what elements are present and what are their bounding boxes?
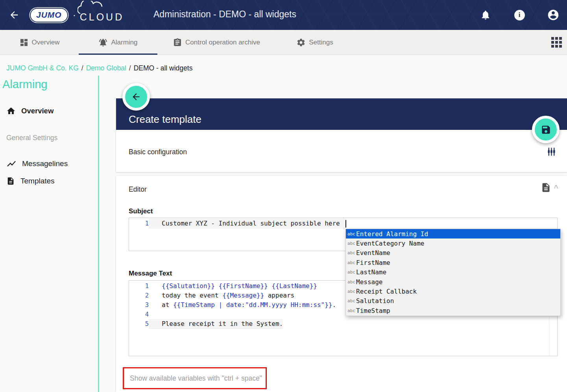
code-segment: . — [332, 301, 336, 309]
autocomplete-item-label: FirstName — [356, 259, 390, 266]
autocomplete-item-label: LastName — [356, 268, 386, 276]
abc-variable-icon: abc — [347, 279, 356, 285]
autocomplete-item-label: Message — [356, 278, 382, 286]
line-number: 2 — [129, 291, 149, 300]
autocomplete-item[interactable]: abcEntered Alarming Id — [346, 229, 560, 239]
line-number: 3 — [129, 300, 149, 310]
tab-label: Settings — [309, 39, 333, 46]
autocomplete-item-label: TimeStamp — [356, 307, 390, 314]
account-icon[interactable] — [547, 8, 560, 22]
breadcrumb-item[interactable]: JUMO GmbH & Co. KG — [6, 64, 79, 72]
code-segment: at — [162, 301, 173, 309]
message-text-label: Message Text — [129, 270, 172, 277]
sidebar-title: Alarming — [2, 78, 47, 91]
sidebar-item-label: Messagelines — [22, 159, 68, 168]
autocomplete-item[interactable]: abcLastName — [346, 268, 560, 277]
code-segment: Customer XYZ - Individual subject possib… — [162, 220, 344, 227]
abc-variable-icon: abc — [347, 308, 356, 313]
top-bar: JUMO · CLOUD Administration - DEMO - all… — [0, 0, 567, 30]
tab-overview[interactable]: Overview — [0, 30, 79, 55]
sidebar-item-templates[interactable]: Templates — [0, 173, 98, 189]
autocomplete-item[interactable]: abcSalutation — [346, 296, 560, 306]
line-number: 4 — [129, 310, 149, 319]
create-template-card: Create template Basic configuration — [116, 98, 567, 172]
variables-hint-box: Show available variables with "ctrl + sp… — [123, 367, 267, 389]
autocomplete-item[interactable]: abcTimeStamp — [346, 306, 560, 315]
editor-card: Editor ^ Subject 1Customer XYZ - Individ… — [116, 176, 567, 392]
tab-label: Control operation archive — [185, 39, 260, 46]
autocomplete-item[interactable]: abcEventName — [346, 248, 560, 258]
sidebar-item-overview[interactable]: Overview — [0, 102, 98, 120]
tab-bar-items: OverviewAlarmingControl operation archiv… — [0, 30, 354, 55]
abc-variable-icon: abc — [347, 241, 356, 246]
tab-alarming[interactable]: Alarming — [79, 30, 157, 55]
autocomplete-item-label: EventCategory Name — [356, 240, 424, 247]
code-segment — [215, 282, 219, 290]
sidebar-section-general-settings: General Settings — [0, 130, 98, 146]
editor-document-icon — [541, 182, 551, 193]
autocomplete-item[interactable]: abcMessage — [346, 277, 560, 287]
sidebar-item-label: Templates — [20, 177, 55, 185]
variables-hint-text: Show available variables with "ctrl + sp… — [124, 374, 262, 383]
abc-variable-icon: abc — [347, 289, 356, 294]
sidebar-item-label: Overview — [21, 107, 54, 115]
subject-label: Subject — [129, 207, 153, 215]
app-root: JUMO · CLOUD Administration - DEMO - all… — [0, 0, 567, 392]
abc-variable-icon: abc — [347, 260, 356, 265]
page-title: Create template — [129, 113, 201, 126]
line-number: 5 — [129, 319, 149, 329]
logo-separator-dot: · — [73, 9, 76, 20]
collapse-chevron-icon[interactable]: ^ — [554, 184, 558, 192]
line-number: 1 — [129, 281, 149, 291]
floppy-save-icon — [541, 124, 551, 135]
save-button[interactable] — [532, 116, 560, 143]
code-segment: today the event — [162, 292, 222, 299]
notifications-bell-icon[interactable] — [479, 8, 492, 22]
code-text: {{Salutation}} {{FirstName}} {{LastName}… — [149, 281, 317, 291]
code-text: Please receipt it in the System. — [149, 319, 283, 329]
tab-settings[interactable]: Settings — [275, 30, 354, 55]
jumo-logo-pill: JUMO — [31, 9, 67, 22]
page-title-banner: Create template — [116, 98, 567, 130]
back-arrow-icon[interactable] — [9, 9, 20, 20]
gear-icon — [296, 38, 306, 47]
clipboard-icon — [173, 38, 182, 47]
dashboard-icon — [19, 38, 29, 47]
abc-variable-icon: abc — [347, 231, 356, 237]
breadcrumb-item[interactable]: Demo Global — [86, 64, 126, 72]
breadcrumb-separator: / — [81, 64, 83, 72]
jumo-cloud-logo: JUMO · CLOUD — [31, 6, 124, 24]
tab-label: Overview — [32, 39, 60, 46]
home-icon — [6, 106, 16, 116]
basic-configuration-label: Basic configuration — [129, 148, 187, 156]
code-text: at {{TimeStamp | date:"dd.MM.yyyy HH:mm:… — [149, 300, 336, 310]
sidebar-items: OverviewGeneral SettingsMessagelinesTemp… — [0, 102, 98, 198]
top-bar-actions: i — [479, 0, 560, 30]
apps-grid-icon[interactable] — [551, 37, 562, 48]
abc-variable-icon: abc — [347, 250, 356, 255]
code-line: 1Customer XYZ - Individual subject possi… — [129, 219, 557, 228]
window-title: Administration - DEMO - all widgets — [153, 9, 296, 20]
sidebar-item-messagelines[interactable]: Messagelines — [0, 155, 98, 173]
autocomplete-item[interactable]: abcEventCategory Name — [346, 239, 560, 248]
autocomplete-item-label: EventName — [356, 249, 390, 257]
bell-ring-icon — [98, 38, 108, 47]
code-segment — [268, 282, 272, 290]
line-number: 1 — [129, 219, 149, 228]
template-variable: {{Message}} — [222, 292, 264, 299]
tune-filter-icon[interactable] — [546, 146, 557, 157]
document-icon — [6, 177, 15, 185]
info-icon[interactable]: i — [513, 8, 526, 22]
sidebar-divider — [98, 76, 99, 392]
autocomplete-item[interactable]: abcFirstName — [346, 258, 560, 267]
template-variable: {{LastName}} — [271, 282, 317, 290]
autocomplete-item-label: Receipt Callback — [356, 288, 417, 295]
back-button[interactable] — [122, 83, 150, 111]
breadcrumb-item: DEMO - all widgets — [134, 64, 193, 72]
code-segment: Please receipt it in the System. — [162, 320, 283, 327]
template-variable: {{Salutation}} — [162, 282, 215, 290]
text-cursor — [345, 220, 346, 227]
breadcrumb-separator: / — [129, 64, 131, 72]
autocomplete-item[interactable]: abcReceipt Callback — [346, 287, 560, 296]
tab-control-operation-archive[interactable]: Control operation archive — [157, 30, 275, 55]
